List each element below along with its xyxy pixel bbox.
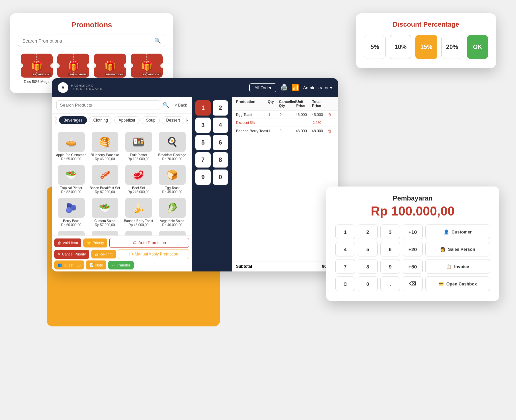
- category-prev-button[interactable]: ‹: [55, 117, 57, 124]
- delete-row-2-icon[interactable]: 🗑: [328, 129, 334, 133]
- product-item-8[interactable]: 🫐 Berry Bowl Rp 60.000,00: [54, 196, 88, 229]
- order-row-0[interactable]: Egg Toast 1 0 45.000 45.000 🗑: [232, 111, 338, 119]
- numkey-3[interactable]: 3: [195, 118, 211, 133]
- product-image-14: 🧇: [125, 231, 152, 235]
- back-button[interactable]: < Back: [175, 103, 187, 108]
- pay-actions-customer[interactable]: 👤 Customer: [425, 224, 490, 239]
- pay-key-3[interactable]: 3: [380, 224, 400, 239]
- all-order-button[interactable]: All Order: [249, 83, 276, 92]
- discount-20-button[interactable]: 20%: [441, 35, 463, 59]
- product-item-7[interactable]: 🍞 Egg Toast Rp 45.000,00: [155, 163, 189, 196]
- pay-key-6[interactable]: 6: [380, 242, 400, 256]
- pay-key-c[interactable]: C: [335, 276, 355, 291]
- product-search-input[interactable]: [56, 100, 160, 110]
- discount-5-button[interactable]: 5%: [364, 35, 386, 59]
- pay-key-dot[interactable]: .: [380, 276, 400, 291]
- numkey-7[interactable]: 7: [195, 152, 211, 168]
- product-item-12[interactable]: 🎃 Pumpkin Soup Rp 40.000,00: [54, 229, 88, 235]
- sales-person-button[interactable]: 👩 Sales Person: [425, 242, 490, 256]
- void-item-button[interactable]: 🗑 Void Item: [54, 238, 81, 247]
- note-button[interactable]: 📝 Note: [86, 260, 106, 269]
- category-next-button[interactable]: ›: [186, 117, 188, 124]
- customer-button[interactable]: 👤 Customer: [425, 224, 490, 239]
- category-soup[interactable]: Soup: [142, 116, 160, 124]
- discount-card: Discount Percentage 5% 10% 15% 20% OK: [356, 13, 496, 68]
- numkey-2[interactable]: 2: [213, 100, 228, 116]
- manual-apply-promotion-button[interactable]: 🏷 Manual Apply Promotion: [118, 249, 189, 259]
- admin-button[interactable]: Administrator ▾: [303, 85, 332, 90]
- product-item-1[interactable]: 🥞 Blueberry Pancake Rp 46.000,00: [88, 130, 122, 163]
- product-image-15: 🍜: [159, 231, 186, 235]
- action-row-1: 🗑 Void Item ⭐ Priority 🏷 Auto Promotion: [54, 238, 189, 248]
- pay-key-5[interactable]: 5: [358, 242, 377, 256]
- invoice-button[interactable]: 📋 Invoice: [425, 259, 490, 274]
- pay-key-1[interactable]: 1: [335, 224, 355, 239]
- pay-key-plus50[interactable]: +50: [403, 259, 422, 274]
- product-item-5[interactable]: 🥓 Bacon Breakfast Set Rp 87.000,00: [88, 163, 122, 196]
- numpad-row-2: 3 4: [195, 118, 228, 133]
- numkey-5[interactable]: 5: [195, 135, 211, 150]
- product-item-2[interactable]: 🍱 Fruit Platter Rp 105.000,00: [122, 130, 155, 163]
- product-item-13[interactable]: 🍊 Tropical Citrus Rp 36.000,00: [88, 229, 122, 235]
- numkey-8[interactable]: 8: [213, 152, 228, 168]
- product-item-3[interactable]: 🍳 Breakfast Package Rp 70.000,00: [155, 130, 189, 163]
- priority-button[interactable]: ⭐ Priority: [83, 238, 107, 247]
- cancel-priority-button[interactable]: ✕ Cancel Priority: [54, 250, 89, 259]
- pay-key-8[interactable]: 8: [358, 259, 377, 274]
- discount-15-button[interactable]: 15%: [415, 35, 437, 59]
- search-icon: 🔍: [154, 38, 161, 44]
- numkey-4[interactable]: 4: [213, 118, 228, 133]
- category-dessert[interactable]: Dessert: [162, 116, 184, 124]
- discount-10-button[interactable]: 10%: [390, 35, 411, 59]
- numkey-1[interactable]: 1: [195, 100, 211, 116]
- numkey-6[interactable]: 6: [213, 135, 228, 150]
- order-row-2[interactable]: Banana Berry Toast 1 0 48.000 48.000 🗑: [232, 127, 338, 135]
- chevron-down-icon: ▾: [330, 85, 332, 90]
- product-item-0[interactable]: 🥧 Apple Pie Cinnamon Rp 55.000,00: [54, 130, 88, 163]
- pay-key-0[interactable]: 0: [358, 276, 377, 291]
- numkey-0[interactable]: 0: [213, 170, 228, 185]
- pay-key-plus10[interactable]: +10: [403, 224, 422, 239]
- tag-icon: 🏷: [132, 240, 136, 245]
- numpad-row-3: 5 6: [195, 135, 228, 150]
- product-item-10[interactable]: 🍌 Banana Berry Toast Rp 48.000,00: [122, 196, 155, 229]
- category-appetizer[interactable]: Appetizer: [114, 116, 140, 124]
- product-item-15[interactable]: 🍜 Breakfast Noodle Rp 54.000,00: [155, 229, 189, 235]
- promotions-search-bar[interactable]: 🔍: [18, 35, 165, 47]
- pay-key-9[interactable]: 9: [380, 259, 400, 274]
- open-cashbox-button[interactable]: 💳 Open Cashbox: [425, 276, 490, 291]
- pay-key-backspace[interactable]: ⌫: [403, 276, 422, 291]
- pay-actions-cashbox: 💳 Open Cashbox: [425, 276, 490, 291]
- auto-promotion-button[interactable]: 🏷 Auto Promotion: [109, 238, 189, 248]
- reprint-button[interactable]: 🖨 Re-print: [91, 250, 116, 258]
- product-item-4[interactable]: 🥗 Tropical Platter Rp 82.000,00: [54, 163, 88, 196]
- category-beverages[interactable]: Beverages: [59, 116, 87, 124]
- wifi-icon: 📶: [292, 84, 299, 91]
- product-item-9[interactable]: 🥗 Custom Salad Rp 57.000,00: [88, 196, 122, 229]
- transfer-button[interactable]: ↔ Transfer: [108, 261, 134, 269]
- pay-key-2[interactable]: 2: [358, 224, 377, 239]
- pos-body: 🔍 < Back ‹ Beverages Clothing Appetizer …: [52, 97, 338, 271]
- pay-key-4[interactable]: 4: [335, 242, 355, 256]
- discount-ok-button[interactable]: OK: [467, 35, 488, 59]
- product-item-6[interactable]: 🥩 Beef Set Rp 245.000,00: [122, 163, 155, 196]
- trash-icon: 🗑: [58, 241, 61, 245]
- guest-button[interactable]: 👥 Guest : 08: [54, 260, 84, 269]
- printer-icon[interactable]: 🖨️: [280, 84, 288, 91]
- promo-item-0[interactable]: 🎁 PROMOTION Dics 50% Mega: [21, 54, 53, 84]
- promotions-search-input[interactable]: [22, 38, 152, 44]
- numkey-9[interactable]: 9: [195, 170, 211, 185]
- promo-ticket-1: 🎁 PROMOTION: [57, 54, 89, 78]
- pay-key-7[interactable]: 7: [335, 259, 355, 274]
- logo-area: # HASHMICRO THINK FORWARD: [58, 82, 103, 93]
- product-item-11[interactable]: 🥬 Vegetable Salad Rp 46.000,00: [155, 196, 189, 229]
- star-icon: ⭐: [87, 241, 91, 245]
- product-item-14[interactable]: 🧇 Waffle Set for 2 Rp 124.000,00: [122, 229, 155, 235]
- logo-icon: #: [58, 82, 68, 93]
- sales-icon: 👩: [440, 247, 445, 252]
- delete-row-0-icon[interactable]: 🗑: [328, 113, 334, 117]
- category-clothing[interactable]: Clothing: [89, 116, 112, 124]
- product-panel: 🔍 < Back ‹ Beverages Clothing Appetizer …: [52, 97, 192, 271]
- order-row-1: Discount 5% -2.250: [232, 119, 338, 127]
- pay-key-plus20[interactable]: +20: [403, 242, 422, 256]
